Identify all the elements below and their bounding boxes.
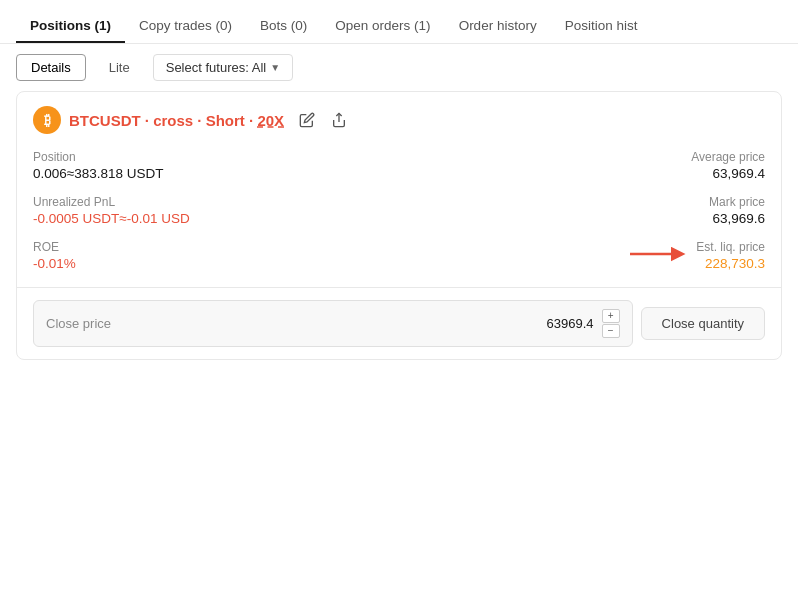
tab-order-history[interactable]: Order history — [445, 8, 551, 43]
stepper-up-button[interactable]: + — [602, 309, 620, 323]
tab-bar: Positions (1) Copy trades (0) Bots (0) O… — [0, 0, 798, 44]
avg-price-label: Average price — [691, 150, 765, 164]
close-price-value: 63969.4 — [547, 316, 594, 331]
card-footer: Close price 63969.4 + − Close quantity — [17, 287, 781, 359]
toolbar: Details Lite Select futures: All ▼ — [0, 44, 798, 91]
tab-positions[interactable]: Positions (1) — [16, 8, 125, 43]
position-group: Position 0.006≈383.818 USDT — [33, 150, 399, 181]
position-value: 0.006≈383.818 USDT — [33, 166, 399, 181]
close-price-stepper: + − — [602, 309, 620, 338]
arrow-indicator — [628, 242, 688, 269]
details-button[interactable]: Details — [16, 54, 86, 81]
leverage-badge: 20X — [257, 112, 284, 129]
card-header: ₿ BTCUSDT · cross · Short · 20X — [17, 92, 781, 146]
tab-position-history[interactable]: Position hist — [551, 8, 652, 43]
tab-open-orders[interactable]: Open orders (1) — [321, 8, 444, 43]
roe-label: ROE — [33, 240, 399, 254]
stepper-down-button[interactable]: − — [602, 324, 620, 338]
card-body: Position 0.006≈383.818 USDT Unrealized P… — [17, 146, 781, 287]
mark-price-value: 63,969.6 — [712, 211, 765, 226]
position-card: ₿ BTCUSDT · cross · Short · 20X — [16, 91, 782, 360]
est-liq-label: Est. liq. price — [696, 240, 765, 254]
close-quantity-button[interactable]: Close quantity — [641, 307, 765, 340]
unrealized-pnl-value: -0.0005 USDT≈-0.01 USD — [33, 211, 399, 226]
unrealized-pnl-label: Unrealized PnL — [33, 195, 399, 209]
mark-price-group: Mark price 63,969.6 — [709, 195, 765, 226]
tab-bots[interactable]: Bots (0) — [246, 8, 321, 43]
avg-price-group: Average price 63,969.4 — [691, 150, 765, 181]
pair-title: BTCUSDT · cross · Short · 20X — [69, 112, 284, 129]
share-icon[interactable] — [328, 109, 350, 131]
lite-button[interactable]: Lite — [94, 54, 145, 81]
btc-icon: ₿ — [33, 106, 61, 134]
close-price-label: Close price — [46, 316, 547, 331]
est-liq-row: Est. liq. price 228,730.3 — [628, 240, 765, 271]
est-liq-group: Est. liq. price 228,730.3 — [696, 240, 765, 271]
chevron-down-icon: ▼ — [270, 62, 280, 73]
est-liq-value: 228,730.3 — [705, 256, 765, 271]
roe-value: -0.01% — [33, 256, 399, 271]
avg-price-value: 63,969.4 — [712, 166, 765, 181]
position-label: Position — [33, 150, 399, 164]
data-left: Position 0.006≈383.818 USDT Unrealized P… — [33, 150, 399, 271]
close-price-field: Close price 63969.4 + − — [33, 300, 633, 347]
unrealized-pnl-group: Unrealized PnL -0.0005 USDT≈-0.01 USD — [33, 195, 399, 226]
card-header-icons — [296, 109, 350, 131]
tab-copy-trades[interactable]: Copy trades (0) — [125, 8, 246, 43]
data-right: Average price 63,969.4 Mark price 63,969… — [399, 150, 765, 271]
mark-price-label: Mark price — [709, 195, 765, 209]
edit-icon[interactable] — [296, 109, 318, 131]
roe-group: ROE -0.01% — [33, 240, 399, 271]
select-futures-dropdown[interactable]: Select futures: All ▼ — [153, 54, 293, 81]
